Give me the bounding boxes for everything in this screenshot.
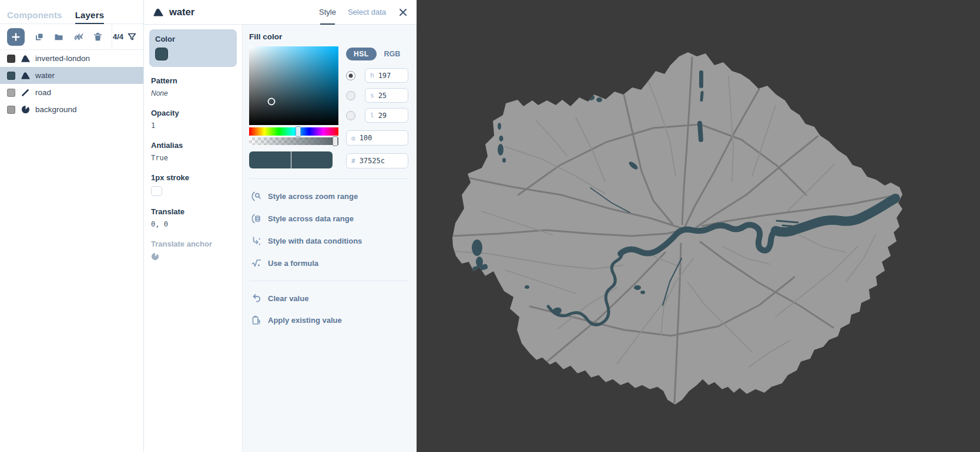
layer-name: road: [35, 88, 51, 97]
apply-existing-value-link[interactable]: Apply existing value: [251, 315, 406, 325]
property-value: 1: [151, 122, 235, 130]
saturation-radio[interactable]: [346, 91, 355, 100]
hsl-mode-button[interactable]: HSL: [346, 48, 377, 60]
sidebar-tabs: Components Layers: [0, 0, 143, 24]
property-list: Color Pattern None Opacity 1 Antialias T…: [144, 25, 243, 452]
lightness-input[interactable]: l 29: [365, 108, 408, 123]
property-opacity[interactable]: Opacity 1: [151, 109, 235, 130]
style-across-zoom-range-link[interactable]: Style across zoom range: [251, 191, 406, 201]
stroke-checkbox[interactable]: [151, 186, 162, 196]
property-value: None: [151, 89, 235, 97]
property-antialias[interactable]: Antialias True: [151, 141, 235, 162]
lightness-radio[interactable]: [346, 111, 355, 120]
plus-icon: [12, 33, 20, 41]
property-label: Pattern: [151, 76, 235, 85]
group-layers-button[interactable]: [54, 32, 63, 42]
hex-input[interactable]: # 37525c: [346, 153, 408, 168]
duplicate-icon: [35, 32, 44, 42]
saturation-prefix: s: [370, 92, 374, 99]
property-label: Translate: [151, 207, 235, 216]
tab-select-data[interactable]: Select data: [348, 0, 386, 24]
close-panel-button[interactable]: [399, 8, 407, 16]
tab-components[interactable]: Components: [7, 6, 62, 23]
delete-layer-button[interactable]: [93, 32, 102, 42]
app-window: Components Layers: [0, 0, 980, 452]
layer-name: background: [35, 105, 77, 114]
layer-row-inverted-london[interactable]: inverted-london: [0, 50, 143, 67]
saturation-input[interactable]: s 25: [365, 88, 408, 103]
property-translate-anchor[interactable]: Translate anchor: [151, 240, 235, 263]
style-across-data-range-link[interactable]: Style across data range: [251, 214, 406, 224]
color-preview: [249, 151, 333, 168]
fill-layer-icon: [153, 8, 163, 16]
data-range-icon: [251, 214, 261, 224]
background-layer-icon: [21, 105, 30, 114]
property-translate[interactable]: Translate 0, 0: [151, 207, 235, 228]
alpha-slider-handle[interactable]: [333, 136, 338, 146]
add-layer-button[interactable]: [7, 28, 25, 46]
alpha-slider[interactable]: [249, 137, 338, 145]
layer-count: 4/4: [113, 32, 123, 41]
layer-row-background[interactable]: background: [0, 101, 143, 118]
saturation-lightness-picker[interactable]: [249, 46, 338, 125]
layer-row-road[interactable]: road: [0, 84, 143, 101]
map-canvas[interactable]: [417, 0, 980, 452]
rgb-mode-button[interactable]: RGB: [384, 50, 401, 58]
hue-slider-handle[interactable]: [296, 126, 301, 137]
style-with-data-conditions-link[interactable]: Style with data conditions: [251, 236, 406, 246]
hex-prefix: #: [351, 157, 355, 165]
hue-input[interactable]: h 197: [365, 68, 408, 83]
lightness-channel-row: l 29: [346, 108, 408, 123]
divider: [249, 281, 408, 281]
layer-toolbar: 4/4: [0, 24, 143, 50]
current-color-swatch[interactable]: [291, 151, 333, 168]
divider: [249, 178, 408, 179]
map-render: [417, 0, 980, 452]
hue-slider[interactable]: [249, 127, 338, 136]
layer-editor-panel: water Style Select data Color Pattern No…: [144, 0, 417, 452]
duplicate-layer-button[interactable]: [35, 32, 44, 42]
property-color[interactable]: Color: [149, 29, 237, 67]
map-anchor-icon: [151, 252, 159, 261]
property-pattern[interactable]: Pattern None: [151, 76, 235, 97]
property-label: 1px stroke: [151, 173, 235, 182]
picker-cursor[interactable]: [268, 97, 276, 105]
hue-prefix: h: [370, 72, 374, 79]
layer-swatch[interactable]: [7, 106, 15, 114]
tab-layers[interactable]: Layers: [75, 6, 105, 23]
property-label: Opacity: [151, 109, 235, 117]
layer-name: inverted-london: [35, 54, 90, 63]
property-value: 0, 0: [151, 220, 235, 228]
layer-swatch[interactable]: [7, 72, 15, 80]
layer-filter: 4/4: [113, 32, 136, 41]
close-icon: [399, 8, 407, 16]
saturation-channel-row: s 25: [346, 88, 408, 103]
color-value-controls: HSL RGB h 197: [346, 46, 408, 168]
layer-swatch[interactable]: [7, 89, 15, 97]
layer-row-water[interactable]: water: [0, 67, 143, 84]
use-formula-link[interactable]: Use a formula: [251, 258, 406, 268]
lightness-prefix: l: [370, 112, 374, 119]
color-property-swatch[interactable]: [155, 48, 168, 60]
action-label: Apply existing value: [268, 316, 342, 325]
trash-icon: [93, 32, 102, 42]
panel-body: Color Pattern None Opacity 1 Antialias T…: [144, 25, 417, 452]
folder-icon: [54, 32, 63, 42]
filter-layers-button[interactable]: [127, 32, 136, 41]
zoom-range-icon: [251, 191, 261, 201]
previous-color-swatch[interactable]: [249, 151, 291, 168]
layers-sidebar: Components Layers: [0, 0, 144, 452]
clear-value-link[interactable]: Clear value: [251, 294, 406, 303]
fill-layer-icon: [21, 55, 30, 62]
toggle-visibility-button[interactable]: [73, 32, 83, 42]
panel-tabs: Style Select data: [319, 0, 407, 24]
hue-radio[interactable]: [346, 71, 355, 80]
lightness-value: 29: [378, 112, 387, 120]
tab-style[interactable]: Style: [319, 0, 336, 24]
undo-icon: [251, 294, 261, 303]
action-label: Clear value: [268, 294, 308, 303]
alpha-input[interactable]: α 100: [346, 130, 408, 146]
layer-swatch[interactable]: [7, 55, 15, 63]
property-1px-stroke[interactable]: 1px stroke: [151, 173, 235, 196]
property-label: Antialias: [151, 141, 235, 150]
